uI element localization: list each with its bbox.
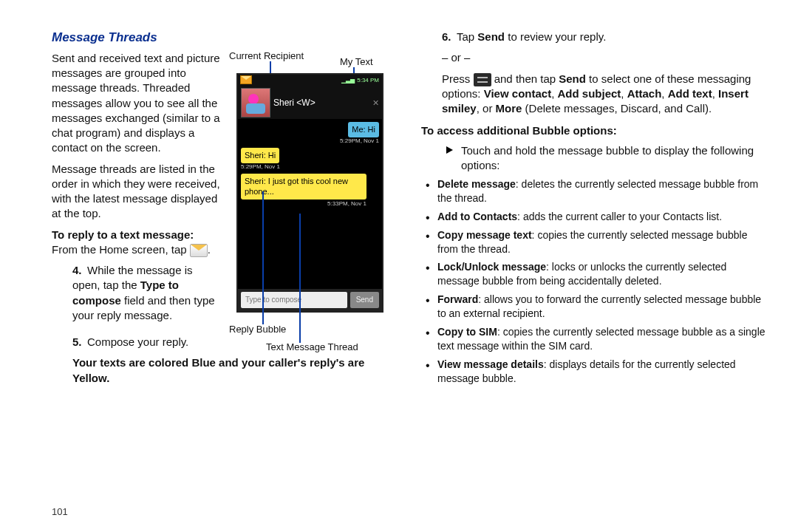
right-column: 6.Tap Send to review your reply. – or – …	[421, 30, 768, 525]
bubble-options-list: Delete message: deletes the currently se…	[421, 177, 768, 386]
their-bubble: Sheri: I just got this cool new phone...…	[241, 174, 366, 200]
bubble-options-head: To access additional Bubble options:	[421, 123, 768, 138]
recipient-row: Sheri <W> ✕	[238, 86, 382, 119]
list-item: Delete message: deletes the currently se…	[421, 177, 768, 205]
section-heading: Message Threads	[52, 30, 392, 47]
label-current-recipient: Current Recipient	[229, 50, 304, 63]
list-item: Lock/Unlock message: locks or unlocks th…	[421, 260, 768, 288]
color-note: Your texts are colored Blue and your cal…	[72, 355, 392, 386]
left-column: Message Threads Sent and received text a…	[52, 30, 392, 525]
phone-status-bar: ▁▃▅ 5:34 PM	[238, 75, 382, 86]
label-my-text: My Text	[340, 55, 373, 69]
messaging-app-icon	[190, 244, 208, 257]
status-time: 5:34 PM	[357, 77, 379, 85]
svg-point-0	[248, 94, 259, 104]
page-number: 101	[52, 506, 68, 517]
list-item: Add to Contacts: adds the current caller…	[421, 210, 768, 224]
phone-mock: ▁▃▅ 5:34 PM Sheri <W> ✕ Me: Hi 5:29PM,	[236, 73, 383, 313]
recipient-name: Sheri <W>	[273, 97, 316, 109]
intro-p1: Sent and received text and picture messa…	[52, 51, 222, 156]
step-6: 6.Tap Send to review your reply.	[442, 30, 768, 44]
send-button[interactable]: Send	[350, 292, 379, 308]
notification-icon	[240, 75, 252, 84]
intro-p2: Message threads are listed in the order …	[52, 162, 222, 222]
message-thread: Me: Hi 5:29PM, Nov 1 Sheri: Hi 5:29PM, N…	[238, 119, 382, 280]
close-icon: ✕	[372, 98, 379, 109]
compose-row: Type to compose Send	[238, 289, 382, 311]
signal-icon: ▁▃▅	[341, 77, 355, 85]
menu-icon	[474, 73, 491, 86]
label-text-thread: Text Message Thread	[266, 341, 358, 354]
list-item: Copy to SIM: copies the currently select…	[421, 325, 768, 353]
step-4: 4.While the message is open, tap the Typ…	[72, 263, 222, 323]
or-divider: – or –	[442, 50, 768, 65]
leader-line	[299, 214, 301, 343]
intro-text: Sent and received text and picture messa…	[52, 51, 222, 329]
list-item: View message details: displays details f…	[421, 358, 768, 386]
reply-lead-bold: To reply to a text message:	[52, 228, 194, 241]
touch-hold-instruction: Touch and hold the message bubble to dis…	[442, 143, 768, 174]
press-menu-para: Press and then tap Send to select one of…	[442, 72, 768, 117]
leader-line	[262, 191, 264, 324]
label-reply-bubble: Reply Bubble	[229, 323, 286, 336]
list-item: Forward: allows you to forward the curre…	[421, 293, 768, 321]
my-bubble: Me: Hi 5:29PM, Nov 1	[348, 122, 379, 137]
svg-rect-1	[246, 103, 265, 114]
list-item: Copy message text: copies the currently …	[421, 228, 768, 256]
avatar	[241, 88, 270, 117]
compose-input[interactable]: Type to compose	[241, 292, 347, 308]
phone-figure: Current Recipient My Text ▁▃▅ 5:34 PM Sh…	[229, 51, 392, 329]
reply-lead: To reply to a text message: From the Hom…	[52, 228, 222, 258]
their-bubble: Sheri: Hi 5:29PM, Nov 1	[241, 148, 279, 163]
